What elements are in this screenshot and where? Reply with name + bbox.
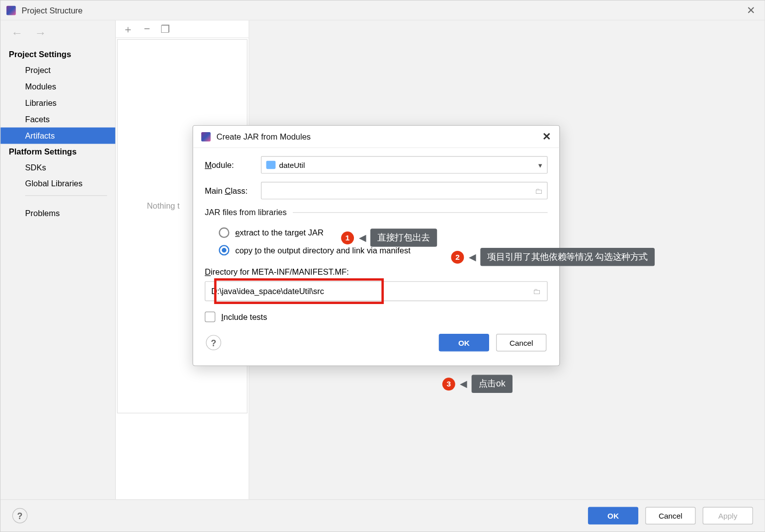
add-icon[interactable]: ＋	[123, 22, 133, 36]
chevron-down-icon: ▾	[538, 160, 542, 169]
main-class-label: Main Class:	[205, 186, 261, 195]
nav-forward-icon[interactable]: →	[34, 26, 46, 40]
sidebar-item-libraries[interactable]: Libraries	[0, 95, 115, 111]
window-close-icon[interactable]: ✕	[743, 4, 759, 17]
app-icon	[6, 5, 16, 15]
apply-button[interactable]: Apply	[703, 507, 753, 524]
copy-icon[interactable]: ❐	[161, 22, 170, 35]
module-folder-icon	[266, 161, 276, 169]
create-jar-dialog: Create JAR from Modules ✕ Module: dateUt…	[192, 125, 560, 366]
remove-icon[interactable]: −	[144, 23, 150, 35]
sidebar-item-modules[interactable]: Modules	[0, 78, 115, 95]
radio-extract[interactable]	[219, 228, 229, 238]
browse-main-class-icon[interactable]: 🗀	[535, 186, 542, 195]
sidebar-item-problems[interactable]: Problems	[0, 205, 115, 222]
sidebar-item-sdks[interactable]: SDKs	[0, 159, 115, 175]
module-combobox[interactable]: dateUtil ▾	[261, 156, 548, 173]
radio-copy[interactable]	[219, 245, 229, 255]
sidebar-group-project-settings: Project Settings	[0, 47, 115, 62]
dialog-cancel-button[interactable]: Cancel	[496, 334, 546, 351]
jar-libraries-legend: JAR files from libraries	[205, 208, 293, 217]
dialog-ok-button[interactable]: OK	[439, 334, 489, 351]
radio-extract-label: extract to the target JAR	[235, 228, 324, 237]
artifacts-empty-text: Nothing t	[147, 201, 179, 211]
sidebar-item-artifacts[interactable]: Artifacts	[0, 128, 115, 144]
dialog-titlebar: Create JAR from Modules ✕	[193, 126, 559, 148]
radio-copy-label: copy to the output directory and link vi…	[235, 245, 411, 255]
main-class-field[interactable]: 🗀	[261, 182, 548, 199]
sidebar-item-project[interactable]: Project	[0, 62, 115, 78]
artifacts-toolbar: ＋ − ❐	[116, 20, 249, 38]
nav-back-icon[interactable]: ←	[11, 26, 23, 40]
sidebar-item-facets[interactable]: Facets	[0, 111, 115, 128]
dialog-app-icon	[201, 132, 211, 141]
module-value: dateUtil	[279, 160, 305, 169]
jar-libraries-group: JAR files from libraries extract to the …	[205, 208, 548, 261]
manifest-dir-field[interactable]: D:\java\idea_space\dateUtil\src 🗀	[205, 281, 548, 301]
window-titlebar: Project Structure ✕	[0, 0, 765, 20]
module-label: Module:	[205, 160, 261, 169]
sidebar-item-global-libraries[interactable]: Global Libraries	[0, 175, 115, 192]
radio-extract-row[interactable]: extract to the target JAR	[205, 224, 548, 241]
include-tests-label: Include tests	[221, 312, 267, 322]
manifest-dir-value: D:\java\idea_space\dateUtil\src	[211, 287, 324, 296]
window-title: Project Structure	[22, 5, 83, 15]
dialog-title: Create JAR from Modules	[216, 132, 311, 141]
ok-button[interactable]: OK	[588, 507, 638, 524]
dialog-button-bar: ? OK Cancel Apply	[0, 499, 765, 532]
include-tests-row[interactable]: Include tests	[205, 311, 548, 322]
include-tests-checkbox[interactable]	[205, 311, 215, 322]
dialog-help-icon[interactable]: ?	[206, 335, 221, 350]
browse-dir-icon[interactable]: 🗀	[533, 287, 541, 296]
help-icon[interactable]: ?	[12, 508, 28, 524]
settings-sidebar: ← → Project Settings Project Modules Lib…	[0, 20, 116, 499]
dialog-close-icon[interactable]: ✕	[542, 130, 551, 143]
manifest-dir-label: Directory for META-INF/MANIFEST.MF:	[205, 267, 548, 277]
sidebar-divider	[25, 195, 107, 196]
cancel-button[interactable]: Cancel	[645, 507, 695, 524]
radio-copy-row[interactable]: copy to the output directory and link vi…	[205, 241, 548, 259]
sidebar-group-platform-settings: Platform Settings	[0, 144, 115, 159]
